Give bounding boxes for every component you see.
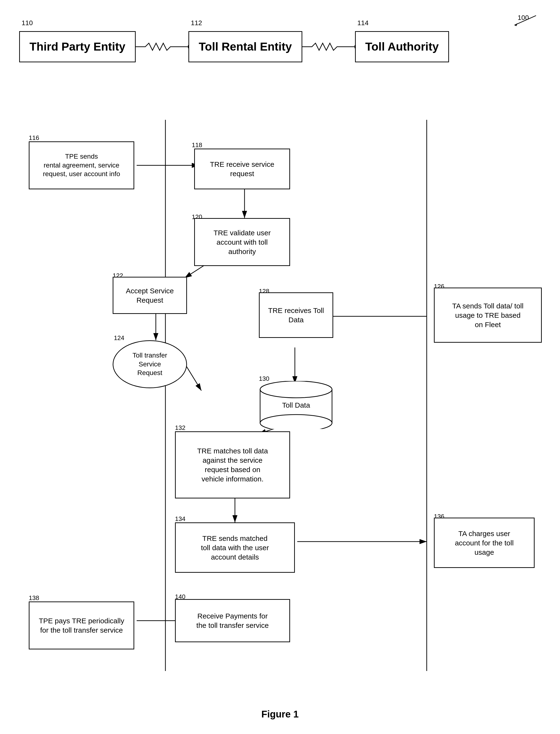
tre-entity-box: Toll Rental Entity: [188, 31, 302, 62]
box-120: TRE validate useraccount with tollauthor…: [194, 218, 290, 266]
ref-116-label: 116: [29, 134, 39, 142]
ref-114: 114: [357, 19, 369, 27]
ta-label: Toll Authority: [365, 40, 439, 54]
ref-112: 112: [191, 19, 202, 27]
ref-134-label: 134: [175, 515, 185, 523]
box-120-text: TRE validate useraccount with tollauthor…: [214, 228, 271, 256]
ref-100-arrow: [507, 13, 541, 28]
box-122-text: Accept ServiceRequest: [126, 286, 174, 305]
figure-caption: Figure 1: [0, 709, 560, 720]
box-116: TPE sendsrental agreement, servicereques…: [29, 141, 134, 189]
box-132-text: TRE matches toll dataagainst the service…: [197, 446, 268, 483]
box-136: TA charges useraccount for the tollusage: [434, 518, 535, 568]
box-138-text: TPE pays TRE periodicallyfor the toll tr…: [39, 616, 124, 635]
tpe-label: Third Party Entity: [29, 40, 125, 54]
ref-118-label: 118: [192, 141, 202, 149]
svg-point-20: [260, 414, 332, 429]
box-126: TA sends Toll data/ tollusage to TRE bas…: [434, 288, 542, 343]
tre-label: Toll Rental Entity: [199, 40, 292, 54]
ta-entity-box: Toll Authority: [355, 31, 449, 62]
box-116-text: TPE sendsrental agreement, servicereques…: [43, 152, 120, 178]
box-118-text: TRE receive servicerequest: [210, 160, 274, 178]
box-122: Accept ServiceRequest: [113, 277, 187, 314]
ref-138-label: 138: [29, 594, 39, 602]
box-128-text: TRE receives TollData: [268, 306, 324, 325]
oval-124-text: Toll transferServiceRequest: [133, 351, 167, 377]
zigzag-2: [302, 41, 355, 53]
svg-line-0: [514, 16, 536, 25]
diagram-area: 116 TPE sendsrental agreement, servicere…: [19, 120, 541, 695]
svg-point-19: [260, 381, 332, 398]
oval-124: Toll transferServiceRequest: [113, 340, 187, 388]
ref-124-label: 124: [114, 334, 124, 342]
box-132: TRE matches toll dataagainst the service…: [175, 431, 290, 498]
box-138: TPE pays TRE periodicallyfor the toll tr…: [29, 601, 134, 649]
box-134: TRE sends matchedtoll data with the user…: [175, 522, 295, 573]
ref-110: 110: [22, 19, 33, 27]
entities-row: 110 Third Party Entity 112 Toll Rental E…: [19, 31, 449, 62]
box-140-text: Receive Payments forthe toll transfer se…: [196, 611, 269, 630]
box-126-text: TA sends Toll data/ tollusage to TRE bas…: [452, 301, 523, 329]
page: 100 110 Third Party Entity 112 Toll Rent…: [0, 0, 560, 734]
box-128: TRE receives TollData: [259, 292, 333, 338]
ref-132-label: 132: [175, 424, 185, 431]
box-140: Receive Payments forthe toll transfer se…: [175, 599, 290, 642]
box-118: TRE receive servicerequest: [194, 149, 290, 189]
cylinder-130: Toll Data: [259, 381, 333, 429]
box-136-text: TA charges useraccount for the tollusage: [455, 529, 513, 557]
tpe-entity-box: Third Party Entity: [19, 31, 136, 62]
box-134-text: TRE sends matchedtoll data with the user…: [201, 534, 269, 562]
zigzag-1: [136, 41, 188, 53]
